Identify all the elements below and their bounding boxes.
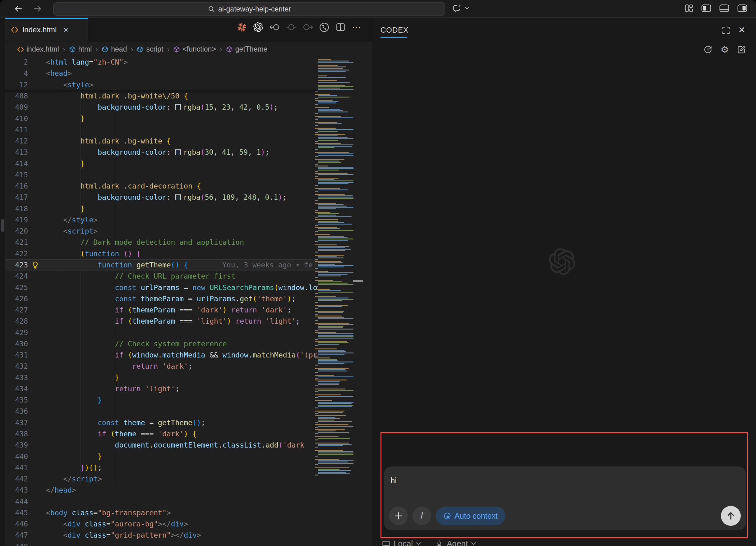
toggle-panel-icon[interactable] (719, 4, 729, 12)
code-line[interactable]: 423 function getTheme() {You, 3 weeks ag… (5, 259, 318, 271)
nav-forward-circle-icon[interactable] (302, 21, 313, 33)
chat-input[interactable]: hi (390, 476, 397, 485)
code-line[interactable]: 429 (5, 327, 318, 338)
code-line[interactable]: 433 } (5, 372, 318, 383)
code-line[interactable]: 435 } (5, 394, 318, 406)
code-line[interactable]: 437 const theme = getTheme(); (5, 417, 318, 428)
code-line[interactable]: 446 <div class="aurora-bg"></div> (5, 518, 318, 530)
code-line[interactable]: 447 <div class="grid-pattern"></div> (5, 530, 318, 541)
breadcrumb-item[interactable]: head (102, 45, 127, 53)
code-line[interactable]: 440 } (5, 451, 318, 462)
breadcrumb-label: head (111, 45, 127, 53)
code-line[interactable]: 409 background-color: rgba(15, 23, 42, 0… (5, 102, 318, 113)
customize-layout-icon[interactable] (685, 4, 693, 12)
new-chat-icon[interactable] (453, 4, 463, 12)
code-editor[interactable]: 408 html.dark .bg-white\/50 {409 backgro… (5, 57, 318, 546)
code-line[interactable]: 430 // Check system preference (5, 338, 318, 349)
more-actions-icon[interactable]: ⋯ (351, 21, 363, 33)
code-line[interactable]: 424 // Check URL parameter first (5, 271, 318, 282)
code-line[interactable]: 418 } (5, 203, 318, 214)
tab-index-html[interactable]: index.html × (5, 18, 88, 41)
color-swatch-icon[interactable] (175, 149, 181, 155)
toggle-left-sidebar-icon[interactable] (701, 4, 711, 12)
send-button[interactable] (721, 506, 741, 526)
gear-icon[interactable]: ⚙ (720, 44, 730, 55)
code-line[interactable]: 427 if (themeParam === 'dark') return 'd… (5, 304, 318, 315)
panel-tab-codex[interactable]: CODEX (380, 26, 408, 34)
breadcrumb-item[interactable]: script (137, 45, 163, 53)
command-center-search[interactable]: ai-gateway-help-center (53, 2, 445, 16)
code-line[interactable]: 428 if (themeParam === 'light') return '… (5, 315, 318, 327)
line-number: 417 (5, 192, 28, 203)
code-line[interactable]: 432 return 'dark'; (5, 360, 318, 372)
openai-logo-icon[interactable] (252, 21, 264, 33)
color-swatch-icon[interactable] (175, 195, 181, 200)
code-line[interactable]: 411 (5, 124, 318, 135)
code-line[interactable]: 436 (5, 406, 318, 417)
code-line[interactable]: 431 if (window.matchMedia && window.matc… (5, 349, 318, 360)
code-line[interactable]: 414 } (5, 158, 318, 169)
color-swatch-icon[interactable] (175, 104, 181, 110)
split-editor-icon[interactable] (335, 21, 346, 33)
nav-back-circle-icon[interactable] (269, 21, 280, 33)
code-text: return 'dark'; (46, 360, 192, 372)
add-attachment-button[interactable] (389, 507, 408, 525)
code-line[interactable]: 421 // Dark mode detection and applicati… (5, 237, 318, 248)
forward-arrow-icon[interactable] (32, 3, 43, 14)
chat-input-box[interactable]: hi / Auto context (384, 466, 746, 530)
drag-handle[interactable] (1, 219, 4, 232)
code-line[interactable]: 444 (5, 496, 318, 507)
code-line[interactable]: 445<body class="bg-transparent"> (5, 507, 318, 518)
fullscreen-icon[interactable] (722, 26, 730, 34)
code-line[interactable]: 12 <style> (5, 79, 318, 90)
breadcrumb[interactable]: index.html›html›head›script›<function>›g… (5, 42, 316, 57)
close-icon[interactable]: ✕ (738, 26, 745, 34)
code-line[interactable]: 2<html lang="zh-CN"> (5, 57, 318, 68)
code-text: </style> (46, 214, 98, 226)
code-line[interactable]: 416 html.dark .card-decoration { (5, 181, 318, 192)
code-line[interactable]: 438 if (theme === 'dark') { (5, 428, 318, 439)
code-line[interactable]: 426 const themeParam = urlParams.get('th… (5, 293, 318, 304)
code-line[interactable]: 441 })(); (5, 462, 318, 473)
code-line[interactable]: 415 (5, 169, 318, 181)
nav-circle-icon[interactable] (285, 21, 297, 33)
code-line[interactable]: 420 <script> (5, 226, 318, 237)
back-arrow-icon[interactable] (13, 3, 24, 14)
code-line[interactable]: 4<head> (5, 68, 318, 79)
auto-context-button[interactable]: Auto context (436, 507, 505, 525)
html-file-icon (11, 27, 18, 33)
code-line[interactable]: 408 html.dark .bg-white\/50 { (5, 90, 318, 102)
code-text: if (themeParam === 'light') return 'ligh… (46, 315, 300, 327)
environment-selector[interactable]: Local (382, 539, 421, 546)
code-line[interactable]: 443</head> (5, 484, 318, 496)
breadcrumb-item[interactable]: <function> (173, 45, 216, 53)
code-line[interactable]: 422 (function () { (5, 248, 318, 259)
breadcrumb-item[interactable]: html (69, 45, 92, 53)
line-number: 426 (5, 293, 28, 304)
code-line[interactable]: 425 const urlParams = new URLSearchParam… (5, 282, 318, 293)
chevron-down-icon[interactable] (464, 7, 469, 10)
code-line[interactable]: 439 document.documentElement.classList.a… (5, 439, 318, 451)
toggle-right-sidebar-icon[interactable] (737, 4, 747, 12)
new-chat-edit-icon[interactable] (736, 44, 747, 55)
code-text: <script> (46, 226, 98, 237)
code-line[interactable]: 448 (5, 541, 318, 546)
history-icon[interactable] (703, 44, 713, 55)
minimap[interactable] (312, 59, 353, 491)
code-line[interactable]: 419 </style> (5, 214, 318, 226)
sticky-scroll[interactable]: 2<html lang="zh-CN">4<head>12 <style> (5, 57, 318, 90)
code-line[interactable]: 442 </script> (5, 473, 318, 484)
breadcrumb-item[interactable]: index.html (17, 45, 59, 53)
code-line[interactable]: 434 return 'light'; (5, 383, 318, 394)
claude-starburst-icon[interactable] (236, 21, 247, 33)
mode-selector[interactable]: Agent (435, 539, 476, 546)
code-line[interactable]: 417 background-color: rgba(56, 189, 248,… (5, 192, 318, 203)
slash-command-button[interactable]: / (413, 507, 431, 525)
code-line[interactable]: 413 background-color: rgba(30, 41, 59, 1… (5, 147, 318, 158)
breadcrumb-item[interactable]: getTheme (226, 45, 268, 53)
close-tab-icon[interactable]: × (63, 25, 68, 35)
cube-icon (69, 46, 76, 53)
code-line[interactable]: 410 } (5, 113, 318, 124)
code-line[interactable]: 412 html.dark .bg-white { (5, 135, 318, 147)
git-compare-icon[interactable] (318, 21, 330, 33)
